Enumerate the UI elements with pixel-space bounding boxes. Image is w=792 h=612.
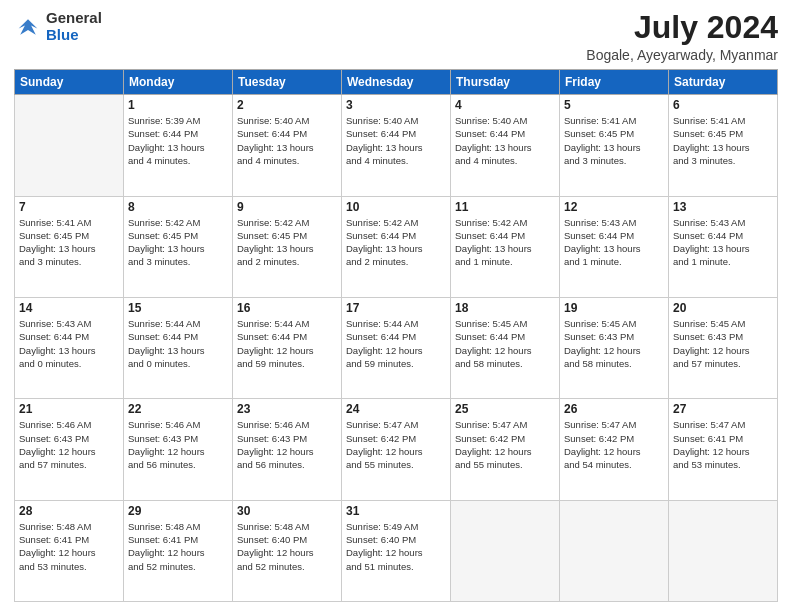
day-info: Sunrise: 5:48 AM Sunset: 6:41 PM Dayligh… bbox=[19, 520, 119, 573]
day-number: 23 bbox=[237, 402, 337, 416]
table-row: 13Sunrise: 5:43 AM Sunset: 6:44 PM Dayli… bbox=[669, 196, 778, 297]
table-row: 6Sunrise: 5:41 AM Sunset: 6:45 PM Daylig… bbox=[669, 95, 778, 196]
day-number: 17 bbox=[346, 301, 446, 315]
day-info: Sunrise: 5:40 AM Sunset: 6:44 PM Dayligh… bbox=[455, 114, 555, 167]
table-row: 14Sunrise: 5:43 AM Sunset: 6:44 PM Dayli… bbox=[15, 297, 124, 398]
table-row: 3Sunrise: 5:40 AM Sunset: 6:44 PM Daylig… bbox=[342, 95, 451, 196]
table-row: 20Sunrise: 5:45 AM Sunset: 6:43 PM Dayli… bbox=[669, 297, 778, 398]
day-info: Sunrise: 5:44 AM Sunset: 6:44 PM Dayligh… bbox=[237, 317, 337, 370]
table-row bbox=[15, 95, 124, 196]
day-info: Sunrise: 5:47 AM Sunset: 6:41 PM Dayligh… bbox=[673, 418, 773, 471]
header-sunday: Sunday bbox=[15, 70, 124, 95]
day-info: Sunrise: 5:44 AM Sunset: 6:44 PM Dayligh… bbox=[346, 317, 446, 370]
table-row: 9Sunrise: 5:42 AM Sunset: 6:45 PM Daylig… bbox=[233, 196, 342, 297]
day-number: 20 bbox=[673, 301, 773, 315]
table-row: 22Sunrise: 5:46 AM Sunset: 6:43 PM Dayli… bbox=[124, 399, 233, 500]
day-number: 19 bbox=[564, 301, 664, 315]
table-row: 21Sunrise: 5:46 AM Sunset: 6:43 PM Dayli… bbox=[15, 399, 124, 500]
table-row: 31Sunrise: 5:49 AM Sunset: 6:40 PM Dayli… bbox=[342, 500, 451, 601]
day-info: Sunrise: 5:48 AM Sunset: 6:41 PM Dayligh… bbox=[128, 520, 228, 573]
day-number: 7 bbox=[19, 200, 119, 214]
header: General Blue July 2024 Bogale, Ayeyarwad… bbox=[14, 10, 778, 63]
day-info: Sunrise: 5:45 AM Sunset: 6:44 PM Dayligh… bbox=[455, 317, 555, 370]
table-row: 10Sunrise: 5:42 AM Sunset: 6:44 PM Dayli… bbox=[342, 196, 451, 297]
day-info: Sunrise: 5:42 AM Sunset: 6:44 PM Dayligh… bbox=[346, 216, 446, 269]
day-info: Sunrise: 5:43 AM Sunset: 6:44 PM Dayligh… bbox=[564, 216, 664, 269]
table-row: 2Sunrise: 5:40 AM Sunset: 6:44 PM Daylig… bbox=[233, 95, 342, 196]
day-info: Sunrise: 5:42 AM Sunset: 6:45 PM Dayligh… bbox=[237, 216, 337, 269]
table-row: 27Sunrise: 5:47 AM Sunset: 6:41 PM Dayli… bbox=[669, 399, 778, 500]
day-info: Sunrise: 5:43 AM Sunset: 6:44 PM Dayligh… bbox=[19, 317, 119, 370]
day-number: 9 bbox=[237, 200, 337, 214]
logo-text: General Blue bbox=[46, 10, 102, 43]
header-monday: Monday bbox=[124, 70, 233, 95]
day-info: Sunrise: 5:47 AM Sunset: 6:42 PM Dayligh… bbox=[564, 418, 664, 471]
table-row: 11Sunrise: 5:42 AM Sunset: 6:44 PM Dayli… bbox=[451, 196, 560, 297]
logo-blue: Blue bbox=[46, 26, 79, 43]
day-number: 10 bbox=[346, 200, 446, 214]
day-number: 25 bbox=[455, 402, 555, 416]
day-info: Sunrise: 5:46 AM Sunset: 6:43 PM Dayligh… bbox=[128, 418, 228, 471]
day-number: 30 bbox=[237, 504, 337, 518]
day-number: 8 bbox=[128, 200, 228, 214]
header-saturday: Saturday bbox=[669, 70, 778, 95]
table-row: 25Sunrise: 5:47 AM Sunset: 6:42 PM Dayli… bbox=[451, 399, 560, 500]
day-info: Sunrise: 5:46 AM Sunset: 6:43 PM Dayligh… bbox=[237, 418, 337, 471]
header-wednesday: Wednesday bbox=[342, 70, 451, 95]
calendar-week-row: 21Sunrise: 5:46 AM Sunset: 6:43 PM Dayli… bbox=[15, 399, 778, 500]
day-number: 29 bbox=[128, 504, 228, 518]
table-row: 16Sunrise: 5:44 AM Sunset: 6:44 PM Dayli… bbox=[233, 297, 342, 398]
calendar-week-row: 14Sunrise: 5:43 AM Sunset: 6:44 PM Dayli… bbox=[15, 297, 778, 398]
table-row: 30Sunrise: 5:48 AM Sunset: 6:40 PM Dayli… bbox=[233, 500, 342, 601]
title-block: July 2024 Bogale, Ayeyarwady, Myanmar bbox=[586, 10, 778, 63]
table-row: 15Sunrise: 5:44 AM Sunset: 6:44 PM Dayli… bbox=[124, 297, 233, 398]
day-info: Sunrise: 5:49 AM Sunset: 6:40 PM Dayligh… bbox=[346, 520, 446, 573]
day-info: Sunrise: 5:42 AM Sunset: 6:45 PM Dayligh… bbox=[128, 216, 228, 269]
calendar-week-row: 1Sunrise: 5:39 AM Sunset: 6:44 PM Daylig… bbox=[15, 95, 778, 196]
table-row: 7Sunrise: 5:41 AM Sunset: 6:45 PM Daylig… bbox=[15, 196, 124, 297]
day-number: 14 bbox=[19, 301, 119, 315]
table-row: 12Sunrise: 5:43 AM Sunset: 6:44 PM Dayli… bbox=[560, 196, 669, 297]
day-number: 12 bbox=[564, 200, 664, 214]
table-row: 18Sunrise: 5:45 AM Sunset: 6:44 PM Dayli… bbox=[451, 297, 560, 398]
day-info: Sunrise: 5:48 AM Sunset: 6:40 PM Dayligh… bbox=[237, 520, 337, 573]
day-info: Sunrise: 5:45 AM Sunset: 6:43 PM Dayligh… bbox=[564, 317, 664, 370]
day-number: 22 bbox=[128, 402, 228, 416]
table-row: 24Sunrise: 5:47 AM Sunset: 6:42 PM Dayli… bbox=[342, 399, 451, 500]
table-row bbox=[560, 500, 669, 601]
day-info: Sunrise: 5:41 AM Sunset: 6:45 PM Dayligh… bbox=[564, 114, 664, 167]
day-info: Sunrise: 5:47 AM Sunset: 6:42 PM Dayligh… bbox=[346, 418, 446, 471]
day-info: Sunrise: 5:42 AM Sunset: 6:44 PM Dayligh… bbox=[455, 216, 555, 269]
table-row: 19Sunrise: 5:45 AM Sunset: 6:43 PM Dayli… bbox=[560, 297, 669, 398]
table-row: 1Sunrise: 5:39 AM Sunset: 6:44 PM Daylig… bbox=[124, 95, 233, 196]
day-number: 28 bbox=[19, 504, 119, 518]
svg-marker-0 bbox=[19, 19, 38, 35]
logo-icon bbox=[14, 13, 42, 41]
day-info: Sunrise: 5:44 AM Sunset: 6:44 PM Dayligh… bbox=[128, 317, 228, 370]
day-number: 21 bbox=[19, 402, 119, 416]
page: General Blue July 2024 Bogale, Ayeyarwad… bbox=[0, 0, 792, 612]
day-info: Sunrise: 5:47 AM Sunset: 6:42 PM Dayligh… bbox=[455, 418, 555, 471]
table-row: 26Sunrise: 5:47 AM Sunset: 6:42 PM Dayli… bbox=[560, 399, 669, 500]
logo: General Blue bbox=[14, 10, 102, 43]
day-info: Sunrise: 5:40 AM Sunset: 6:44 PM Dayligh… bbox=[237, 114, 337, 167]
day-info: Sunrise: 5:41 AM Sunset: 6:45 PM Dayligh… bbox=[673, 114, 773, 167]
day-info: Sunrise: 5:39 AM Sunset: 6:44 PM Dayligh… bbox=[128, 114, 228, 167]
header-friday: Friday bbox=[560, 70, 669, 95]
table-row: 29Sunrise: 5:48 AM Sunset: 6:41 PM Dayli… bbox=[124, 500, 233, 601]
day-number: 2 bbox=[237, 98, 337, 112]
day-number: 15 bbox=[128, 301, 228, 315]
day-info: Sunrise: 5:43 AM Sunset: 6:44 PM Dayligh… bbox=[673, 216, 773, 269]
header-tuesday: Tuesday bbox=[233, 70, 342, 95]
calendar-week-row: 7Sunrise: 5:41 AM Sunset: 6:45 PM Daylig… bbox=[15, 196, 778, 297]
day-number: 27 bbox=[673, 402, 773, 416]
table-row: 4Sunrise: 5:40 AM Sunset: 6:44 PM Daylig… bbox=[451, 95, 560, 196]
location: Bogale, Ayeyarwady, Myanmar bbox=[586, 47, 778, 63]
calendar-table: Sunday Monday Tuesday Wednesday Thursday… bbox=[14, 69, 778, 602]
day-number: 31 bbox=[346, 504, 446, 518]
day-number: 11 bbox=[455, 200, 555, 214]
calendar-header-row: Sunday Monday Tuesday Wednesday Thursday… bbox=[15, 70, 778, 95]
day-info: Sunrise: 5:46 AM Sunset: 6:43 PM Dayligh… bbox=[19, 418, 119, 471]
table-row bbox=[669, 500, 778, 601]
day-info: Sunrise: 5:45 AM Sunset: 6:43 PM Dayligh… bbox=[673, 317, 773, 370]
